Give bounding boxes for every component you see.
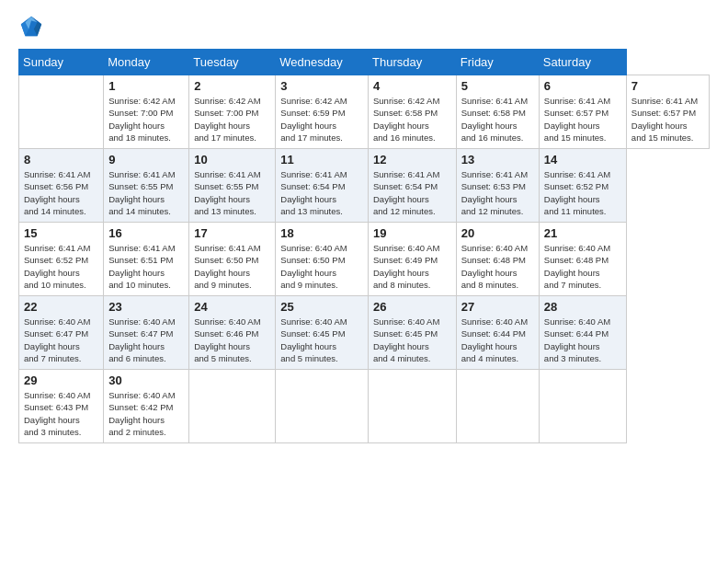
day-number: 9 <box>108 153 184 167</box>
week-row-5: 29 Sunrise: 6:40 AM Sunset: 6:43 PM Dayl… <box>19 370 710 443</box>
empty-cell <box>189 370 276 443</box>
day-number: 15 <box>24 226 98 240</box>
day-number: 8 <box>24 153 98 167</box>
logo-icon <box>18 14 44 40</box>
day-number: 4 <box>373 79 451 93</box>
day-cell-1: 1 Sunrise: 6:42 AM Sunset: 7:00 PM Dayli… <box>104 75 189 149</box>
day-number: 29 <box>24 373 98 387</box>
logo <box>18 14 48 40</box>
day-cell-6: 6 Sunrise: 6:41 AM Sunset: 6:57 PM Dayli… <box>539 75 626 149</box>
weekday-header-thursday: Thursday <box>368 50 456 75</box>
day-info: Sunrise: 6:40 AM Sunset: 6:45 PM Dayligh… <box>280 316 363 364</box>
day-number: 5 <box>461 79 534 93</box>
day-cell-10: 10 Sunrise: 6:41 AM Sunset: 6:55 PM Dayl… <box>189 149 276 223</box>
weekday-header-friday: Friday <box>456 50 539 75</box>
empty-cell <box>368 370 456 443</box>
day-number: 24 <box>194 300 270 314</box>
day-info: Sunrise: 6:42 AM Sunset: 6:59 PM Dayligh… <box>280 95 363 144</box>
day-info: Sunrise: 6:41 AM Sunset: 6:52 PM Dayligh… <box>24 242 98 291</box>
day-info: Sunrise: 6:40 AM Sunset: 6:47 PM Dayligh… <box>24 316 98 364</box>
day-number: 20 <box>461 226 534 240</box>
day-number: 13 <box>461 153 534 167</box>
day-cell-11: 11 Sunrise: 6:41 AM Sunset: 6:54 PM Dayl… <box>276 149 369 223</box>
day-info: Sunrise: 6:40 AM Sunset: 6:42 PM Dayligh… <box>108 389 184 438</box>
day-number: 1 <box>108 79 184 93</box>
day-info: Sunrise: 6:42 AM Sunset: 6:58 PM Dayligh… <box>373 95 451 144</box>
day-number: 25 <box>280 300 363 314</box>
day-number: 16 <box>108 226 184 240</box>
day-info: Sunrise: 6:40 AM Sunset: 6:48 PM Dayligh… <box>544 242 621 291</box>
day-number: 28 <box>544 300 621 314</box>
day-cell-4: 4 Sunrise: 6:42 AM Sunset: 6:58 PM Dayli… <box>368 75 456 149</box>
empty-cell <box>19 75 104 149</box>
day-number: 30 <box>108 373 184 387</box>
day-number: 6 <box>544 79 621 93</box>
day-info: Sunrise: 6:41 AM Sunset: 6:54 PM Dayligh… <box>373 168 451 217</box>
day-cell-19: 19 Sunrise: 6:40 AM Sunset: 6:49 PM Dayl… <box>368 223 456 296</box>
day-number: 2 <box>194 79 270 93</box>
day-cell-15: 15 Sunrise: 6:41 AM Sunset: 6:52 PM Dayl… <box>19 223 104 296</box>
day-number: 14 <box>544 153 621 167</box>
day-info: Sunrise: 6:41 AM Sunset: 6:54 PM Dayligh… <box>280 168 363 217</box>
page-header <box>18 14 710 40</box>
day-number: 23 <box>108 300 184 314</box>
day-cell-30: 30 Sunrise: 6:40 AM Sunset: 6:42 PM Dayl… <box>104 370 189 443</box>
day-cell-26: 26 Sunrise: 6:40 AM Sunset: 6:45 PM Dayl… <box>368 296 456 370</box>
day-number: 27 <box>461 300 534 314</box>
day-info: Sunrise: 6:40 AM Sunset: 6:46 PM Dayligh… <box>194 316 270 364</box>
day-cell-21: 21 Sunrise: 6:40 AM Sunset: 6:48 PM Dayl… <box>539 223 626 296</box>
day-info: Sunrise: 6:41 AM Sunset: 6:55 PM Dayligh… <box>108 168 184 217</box>
weekday-header-tuesday: Tuesday <box>189 50 276 75</box>
empty-cell <box>456 370 539 443</box>
day-cell-5: 5 Sunrise: 6:41 AM Sunset: 6:58 PM Dayli… <box>456 75 539 149</box>
day-info: Sunrise: 6:41 AM Sunset: 6:55 PM Dayligh… <box>194 168 270 217</box>
day-cell-22: 22 Sunrise: 6:40 AM Sunset: 6:47 PM Dayl… <box>19 296 104 370</box>
day-cell-23: 23 Sunrise: 6:40 AM Sunset: 6:47 PM Dayl… <box>104 296 189 370</box>
day-cell-13: 13 Sunrise: 6:41 AM Sunset: 6:53 PM Dayl… <box>456 149 539 223</box>
day-cell-8: 8 Sunrise: 6:41 AM Sunset: 6:56 PM Dayli… <box>19 149 104 223</box>
day-info: Sunrise: 6:40 AM Sunset: 6:44 PM Dayligh… <box>461 316 534 364</box>
day-number: 19 <box>373 226 451 240</box>
day-cell-12: 12 Sunrise: 6:41 AM Sunset: 6:54 PM Dayl… <box>368 149 456 223</box>
day-cell-9: 9 Sunrise: 6:41 AM Sunset: 6:55 PM Dayli… <box>104 149 189 223</box>
day-info: Sunrise: 6:41 AM Sunset: 6:57 PM Dayligh… <box>544 95 621 144</box>
weekday-header-wednesday: Wednesday <box>276 50 369 75</box>
day-info: Sunrise: 6:40 AM Sunset: 6:48 PM Dayligh… <box>461 242 534 291</box>
weekday-header-saturday: Saturday <box>539 50 626 75</box>
day-info: Sunrise: 6:40 AM Sunset: 6:45 PM Dayligh… <box>373 316 451 364</box>
day-info: Sunrise: 6:42 AM Sunset: 7:00 PM Dayligh… <box>194 95 270 144</box>
day-cell-28: 28 Sunrise: 6:40 AM Sunset: 6:44 PM Dayl… <box>539 296 626 370</box>
day-cell-7: 7 Sunrise: 6:41 AM Sunset: 6:57 PM Dayli… <box>626 75 709 149</box>
day-cell-18: 18 Sunrise: 6:40 AM Sunset: 6:50 PM Dayl… <box>276 223 369 296</box>
day-info: Sunrise: 6:40 AM Sunset: 6:44 PM Dayligh… <box>544 316 621 364</box>
day-number: 18 <box>280 226 363 240</box>
day-number: 21 <box>544 226 621 240</box>
day-info: Sunrise: 6:41 AM Sunset: 6:57 PM Dayligh… <box>631 95 704 144</box>
day-number: 7 <box>631 79 704 93</box>
day-cell-25: 25 Sunrise: 6:40 AM Sunset: 6:45 PM Dayl… <box>276 296 369 370</box>
week-row-2: 8 Sunrise: 6:41 AM Sunset: 6:56 PM Dayli… <box>19 149 710 223</box>
day-info: Sunrise: 6:42 AM Sunset: 7:00 PM Dayligh… <box>108 95 184 144</box>
day-number: 12 <box>373 153 451 167</box>
calendar-page: SundayMondayTuesdayWednesdayThursdayFrid… <box>0 0 728 453</box>
day-cell-29: 29 Sunrise: 6:40 AM Sunset: 6:43 PM Dayl… <box>19 370 104 443</box>
day-cell-3: 3 Sunrise: 6:42 AM Sunset: 6:59 PM Dayli… <box>276 75 369 149</box>
weekday-header-row: SundayMondayTuesdayWednesdayThursdayFrid… <box>19 50 710 75</box>
day-info: Sunrise: 6:41 AM Sunset: 6:51 PM Dayligh… <box>108 242 184 291</box>
day-info: Sunrise: 6:41 AM Sunset: 6:53 PM Dayligh… <box>461 168 534 217</box>
day-cell-24: 24 Sunrise: 6:40 AM Sunset: 6:46 PM Dayl… <box>189 296 276 370</box>
week-row-3: 15 Sunrise: 6:41 AM Sunset: 6:52 PM Dayl… <box>19 223 710 296</box>
week-row-1: 1 Sunrise: 6:42 AM Sunset: 7:00 PM Dayli… <box>19 75 710 149</box>
day-info: Sunrise: 6:41 AM Sunset: 6:56 PM Dayligh… <box>24 168 98 217</box>
day-info: Sunrise: 6:40 AM Sunset: 6:43 PM Dayligh… <box>24 389 98 438</box>
day-number: 3 <box>280 79 363 93</box>
day-info: Sunrise: 6:40 AM Sunset: 6:49 PM Dayligh… <box>373 242 451 291</box>
day-cell-17: 17 Sunrise: 6:41 AM Sunset: 6:50 PM Dayl… <box>189 223 276 296</box>
day-number: 26 <box>373 300 451 314</box>
day-number: 11 <box>280 153 363 167</box>
day-cell-14: 14 Sunrise: 6:41 AM Sunset: 6:52 PM Dayl… <box>539 149 626 223</box>
empty-cell <box>276 370 369 443</box>
day-info: Sunrise: 6:41 AM Sunset: 6:50 PM Dayligh… <box>194 242 270 291</box>
weekday-header-monday: Monday <box>104 50 189 75</box>
day-cell-2: 2 Sunrise: 6:42 AM Sunset: 7:00 PM Dayli… <box>189 75 276 149</box>
